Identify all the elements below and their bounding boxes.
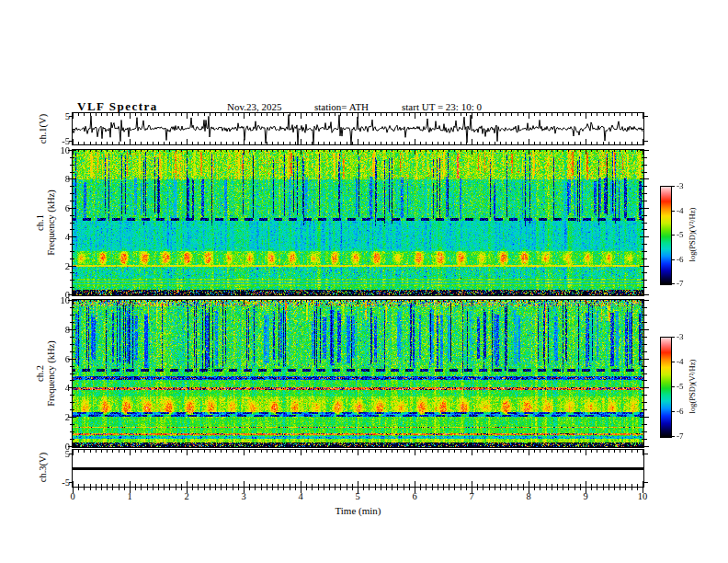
ch1-waveform-canvas (73, 113, 643, 144)
tick-mark (324, 487, 324, 490)
tick-mark (221, 487, 222, 490)
tick-mark (644, 315, 647, 316)
tick-mark (597, 487, 597, 490)
tick-mark (644, 409, 647, 410)
tick-mark (69, 454, 73, 454)
time-axis-label: Time (min) (73, 505, 643, 516)
tick-mark (358, 487, 358, 493)
colorbar-ch2 (660, 337, 672, 438)
tick-mark (70, 244, 73, 245)
tick-mark (198, 487, 199, 490)
tick-mark (70, 201, 73, 201)
colorbar-tick-label: -6 (677, 255, 684, 264)
tick-mark (644, 431, 647, 432)
tick-mark (70, 193, 73, 194)
tick-mark (461, 487, 461, 490)
tick-mark (625, 487, 626, 490)
tick-mark (506, 487, 506, 490)
colorbar-ch2-label: log(PSD)(V²/Hz) (687, 345, 698, 428)
tick-mark (192, 487, 193, 490)
station-label: station= ATH (314, 101, 369, 112)
tick-mark (386, 487, 387, 490)
tick-mark (644, 229, 647, 230)
tick-mark (70, 366, 73, 367)
tick-mark (84, 487, 85, 490)
tick-mark (529, 487, 529, 493)
colorbar-gradient (661, 187, 671, 284)
tick-mark (301, 487, 301, 493)
tick-mark (70, 215, 73, 216)
tick-mark (644, 417, 649, 418)
tick-mark (70, 402, 73, 403)
tick-mark (644, 300, 649, 301)
tick-mark (546, 487, 547, 490)
tick-mark (347, 487, 347, 490)
ch1-voltage-axis-label: ch.1(V) (37, 101, 50, 156)
tick-mark (70, 186, 73, 187)
tick-mark (631, 487, 632, 490)
tick-mark (70, 272, 73, 273)
ch3-waveform-panel (72, 449, 644, 488)
tick-mark (70, 172, 73, 173)
ch2-frequency-axis-label: ch.2 Frequency (kHz) (34, 318, 58, 429)
freq-tick-label: 8 (65, 174, 70, 184)
ch2-spectrogram-canvas (73, 300, 643, 447)
tick-mark (603, 487, 604, 490)
colorbar-tick-label: -5 (677, 230, 684, 239)
tick-mark (477, 487, 478, 490)
tick-mark (169, 487, 170, 490)
tick-mark (141, 487, 142, 490)
tick-mark (70, 439, 73, 440)
tick-mark (511, 487, 512, 490)
tick-mark (69, 482, 73, 483)
tick-mark (472, 487, 472, 493)
tick-mark (70, 223, 73, 224)
tick-mark (135, 487, 136, 490)
tick-mark (70, 373, 73, 374)
tick-mark (70, 409, 73, 410)
ch1-frequency-axis-label: ch.1 Frequency (kHz) (34, 167, 58, 278)
colorbar-tick-label: -4 (677, 357, 684, 366)
tick-mark (644, 223, 647, 224)
tick-mark (70, 229, 73, 230)
tick-mark (644, 236, 649, 237)
tick-mark (73, 487, 74, 493)
tick-mark (644, 329, 649, 330)
tick-mark (644, 482, 648, 483)
tick-mark (671, 337, 675, 338)
tick-mark (644, 259, 647, 259)
tick-mark (78, 487, 79, 490)
tick-mark (644, 373, 647, 374)
tick-mark (644, 244, 647, 245)
tick-mark (409, 487, 410, 490)
tick-mark (96, 487, 97, 490)
tick-mark (644, 359, 649, 360)
freq-tick-label: 6 (65, 353, 70, 363)
tick-mark (586, 487, 586, 493)
tick-mark (70, 344, 73, 345)
colorbar-tick-label: -6 (677, 407, 684, 416)
tick-mark (644, 439, 647, 440)
tick-mark (233, 487, 233, 490)
tick-mark (267, 487, 267, 490)
colorbar-tick-label: -7 (677, 279, 684, 288)
tick-mark (176, 487, 176, 490)
tick-mark (426, 487, 427, 490)
tick-mark (644, 193, 647, 194)
tick-mark (644, 178, 649, 179)
freq-tick-label: 6 (65, 202, 70, 213)
freq-tick-label: 2 (65, 260, 70, 270)
freq-tick-label: 2 (65, 412, 70, 422)
tick-mark (495, 487, 495, 490)
tick-mark (574, 487, 575, 490)
freq-tick-label: 8 (65, 324, 70, 334)
tick-mark (644, 366, 647, 367)
tick-mark (318, 487, 319, 490)
tick-mark (101, 487, 102, 490)
tick-mark (671, 211, 675, 212)
tick-mark (69, 141, 73, 142)
tick-mark (70, 157, 73, 158)
tick-mark (70, 259, 73, 259)
tick-mark (644, 150, 649, 151)
freq-tick-label: 10 (61, 295, 71, 305)
